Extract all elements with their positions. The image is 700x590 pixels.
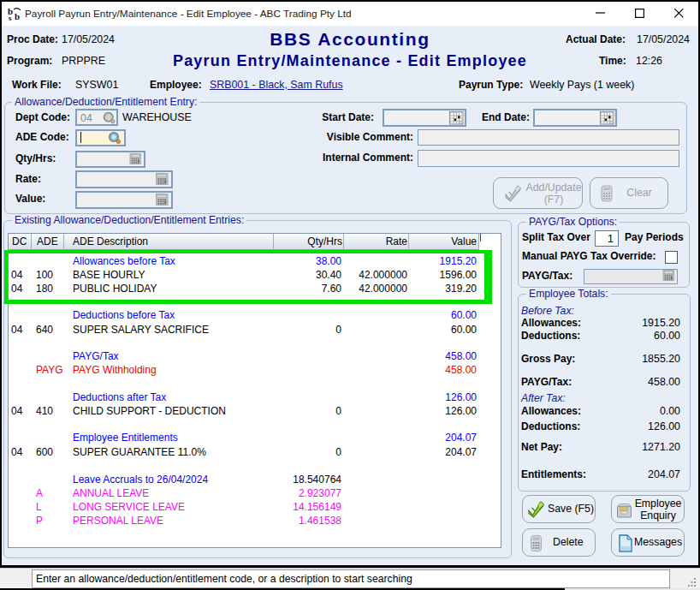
svg-text:s: s	[9, 14, 12, 21]
svg-text:b: b	[15, 11, 20, 21]
